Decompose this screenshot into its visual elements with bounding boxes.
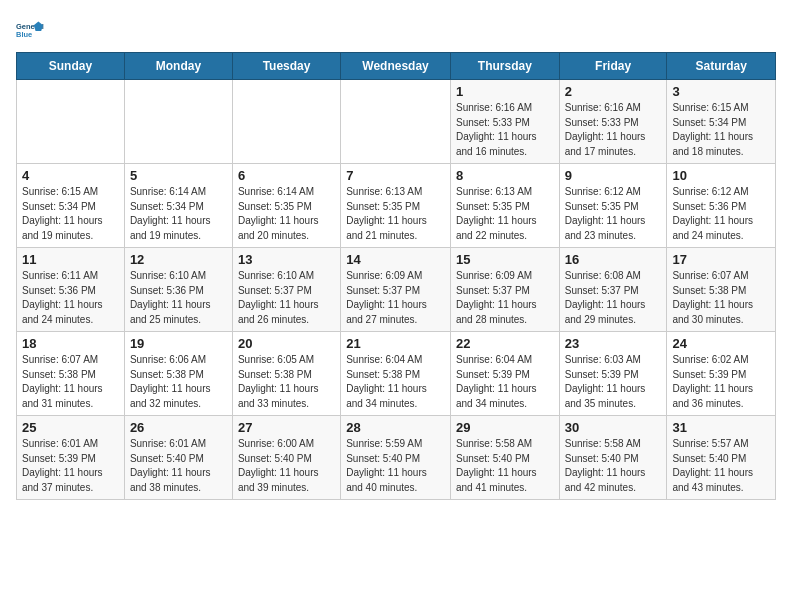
calendar-cell: 19Sunrise: 6:06 AM Sunset: 5:38 PM Dayli… — [124, 332, 232, 416]
day-number: 9 — [565, 168, 662, 183]
calendar-cell: 1Sunrise: 6:16 AM Sunset: 5:33 PM Daylig… — [450, 80, 559, 164]
calendar-cell: 10Sunrise: 6:12 AM Sunset: 5:36 PM Dayli… — [667, 164, 776, 248]
day-info: Sunrise: 6:08 AM Sunset: 5:37 PM Dayligh… — [565, 269, 662, 327]
calendar-table: SundayMondayTuesdayWednesdayThursdayFrid… — [16, 52, 776, 500]
day-number: 16 — [565, 252, 662, 267]
day-number: 3 — [672, 84, 770, 99]
calendar-cell: 12Sunrise: 6:10 AM Sunset: 5:36 PM Dayli… — [124, 248, 232, 332]
day-info: Sunrise: 6:09 AM Sunset: 5:37 PM Dayligh… — [346, 269, 445, 327]
calendar-cell — [232, 80, 340, 164]
calendar-week-row: 1Sunrise: 6:16 AM Sunset: 5:33 PM Daylig… — [17, 80, 776, 164]
day-info: Sunrise: 6:00 AM Sunset: 5:40 PM Dayligh… — [238, 437, 335, 495]
day-info: Sunrise: 6:12 AM Sunset: 5:36 PM Dayligh… — [672, 185, 770, 243]
calendar-cell: 21Sunrise: 6:04 AM Sunset: 5:38 PM Dayli… — [341, 332, 451, 416]
day-info: Sunrise: 5:58 AM Sunset: 5:40 PM Dayligh… — [456, 437, 554, 495]
day-number: 1 — [456, 84, 554, 99]
day-info: Sunrise: 6:10 AM Sunset: 5:36 PM Dayligh… — [130, 269, 227, 327]
logo: GeneralBlue — [16, 16, 44, 44]
day-info: Sunrise: 6:04 AM Sunset: 5:39 PM Dayligh… — [456, 353, 554, 411]
calendar-cell: 23Sunrise: 6:03 AM Sunset: 5:39 PM Dayli… — [559, 332, 667, 416]
calendar-cell: 24Sunrise: 6:02 AM Sunset: 5:39 PM Dayli… — [667, 332, 776, 416]
day-number: 20 — [238, 336, 335, 351]
calendar-cell: 31Sunrise: 5:57 AM Sunset: 5:40 PM Dayli… — [667, 416, 776, 500]
header-day-sunday: Sunday — [17, 53, 125, 80]
day-number: 21 — [346, 336, 445, 351]
calendar-cell — [341, 80, 451, 164]
day-number: 15 — [456, 252, 554, 267]
calendar-week-row: 18Sunrise: 6:07 AM Sunset: 5:38 PM Dayli… — [17, 332, 776, 416]
header-day-monday: Monday — [124, 53, 232, 80]
day-info: Sunrise: 6:12 AM Sunset: 5:35 PM Dayligh… — [565, 185, 662, 243]
day-number: 13 — [238, 252, 335, 267]
day-info: Sunrise: 6:14 AM Sunset: 5:34 PM Dayligh… — [130, 185, 227, 243]
day-info: Sunrise: 6:15 AM Sunset: 5:34 PM Dayligh… — [672, 101, 770, 159]
calendar-cell: 22Sunrise: 6:04 AM Sunset: 5:39 PM Dayli… — [450, 332, 559, 416]
day-number: 12 — [130, 252, 227, 267]
day-number: 22 — [456, 336, 554, 351]
day-info: Sunrise: 6:03 AM Sunset: 5:39 PM Dayligh… — [565, 353, 662, 411]
day-number: 6 — [238, 168, 335, 183]
day-number: 24 — [672, 336, 770, 351]
calendar-week-row: 11Sunrise: 6:11 AM Sunset: 5:36 PM Dayli… — [17, 248, 776, 332]
day-info: Sunrise: 6:15 AM Sunset: 5:34 PM Dayligh… — [22, 185, 119, 243]
day-info: Sunrise: 6:14 AM Sunset: 5:35 PM Dayligh… — [238, 185, 335, 243]
calendar-cell: 26Sunrise: 6:01 AM Sunset: 5:40 PM Dayli… — [124, 416, 232, 500]
calendar-cell: 3Sunrise: 6:15 AM Sunset: 5:34 PM Daylig… — [667, 80, 776, 164]
day-number: 23 — [565, 336, 662, 351]
day-info: Sunrise: 6:09 AM Sunset: 5:37 PM Dayligh… — [456, 269, 554, 327]
calendar-cell: 8Sunrise: 6:13 AM Sunset: 5:35 PM Daylig… — [450, 164, 559, 248]
day-info: Sunrise: 6:04 AM Sunset: 5:38 PM Dayligh… — [346, 353, 445, 411]
calendar-cell: 15Sunrise: 6:09 AM Sunset: 5:37 PM Dayli… — [450, 248, 559, 332]
calendar-cell: 7Sunrise: 6:13 AM Sunset: 5:35 PM Daylig… — [341, 164, 451, 248]
day-info: Sunrise: 6:16 AM Sunset: 5:33 PM Dayligh… — [565, 101, 662, 159]
calendar-cell: 27Sunrise: 6:00 AM Sunset: 5:40 PM Dayli… — [232, 416, 340, 500]
day-info: Sunrise: 6:06 AM Sunset: 5:38 PM Dayligh… — [130, 353, 227, 411]
calendar-cell: 28Sunrise: 5:59 AM Sunset: 5:40 PM Dayli… — [341, 416, 451, 500]
header-day-tuesday: Tuesday — [232, 53, 340, 80]
day-info: Sunrise: 5:59 AM Sunset: 5:40 PM Dayligh… — [346, 437, 445, 495]
day-number: 11 — [22, 252, 119, 267]
day-number: 4 — [22, 168, 119, 183]
calendar-cell: 11Sunrise: 6:11 AM Sunset: 5:36 PM Dayli… — [17, 248, 125, 332]
day-info: Sunrise: 5:58 AM Sunset: 5:40 PM Dayligh… — [565, 437, 662, 495]
day-number: 7 — [346, 168, 445, 183]
header-day-friday: Friday — [559, 53, 667, 80]
day-info: Sunrise: 6:05 AM Sunset: 5:38 PM Dayligh… — [238, 353, 335, 411]
day-number: 17 — [672, 252, 770, 267]
calendar-cell: 13Sunrise: 6:10 AM Sunset: 5:37 PM Dayli… — [232, 248, 340, 332]
page-header: GeneralBlue — [16, 16, 776, 44]
day-info: Sunrise: 6:13 AM Sunset: 5:35 PM Dayligh… — [456, 185, 554, 243]
header-day-thursday: Thursday — [450, 53, 559, 80]
header-day-saturday: Saturday — [667, 53, 776, 80]
day-number: 14 — [346, 252, 445, 267]
calendar-header-row: SundayMondayTuesdayWednesdayThursdayFrid… — [17, 53, 776, 80]
header-day-wednesday: Wednesday — [341, 53, 451, 80]
day-info: Sunrise: 6:01 AM Sunset: 5:40 PM Dayligh… — [130, 437, 227, 495]
day-info: Sunrise: 6:16 AM Sunset: 5:33 PM Dayligh… — [456, 101, 554, 159]
day-number: 5 — [130, 168, 227, 183]
day-number: 19 — [130, 336, 227, 351]
day-info: Sunrise: 6:02 AM Sunset: 5:39 PM Dayligh… — [672, 353, 770, 411]
calendar-cell: 20Sunrise: 6:05 AM Sunset: 5:38 PM Dayli… — [232, 332, 340, 416]
day-info: Sunrise: 6:01 AM Sunset: 5:39 PM Dayligh… — [22, 437, 119, 495]
day-number: 18 — [22, 336, 119, 351]
day-info: Sunrise: 6:10 AM Sunset: 5:37 PM Dayligh… — [238, 269, 335, 327]
day-info: Sunrise: 6:13 AM Sunset: 5:35 PM Dayligh… — [346, 185, 445, 243]
day-number: 30 — [565, 420, 662, 435]
calendar-cell: 4Sunrise: 6:15 AM Sunset: 5:34 PM Daylig… — [17, 164, 125, 248]
day-number: 31 — [672, 420, 770, 435]
day-number: 27 — [238, 420, 335, 435]
day-info: Sunrise: 6:11 AM Sunset: 5:36 PM Dayligh… — [22, 269, 119, 327]
calendar-cell — [17, 80, 125, 164]
day-info: Sunrise: 5:57 AM Sunset: 5:40 PM Dayligh… — [672, 437, 770, 495]
calendar-cell: 17Sunrise: 6:07 AM Sunset: 5:38 PM Dayli… — [667, 248, 776, 332]
calendar-cell: 14Sunrise: 6:09 AM Sunset: 5:37 PM Dayli… — [341, 248, 451, 332]
calendar-week-row: 25Sunrise: 6:01 AM Sunset: 5:39 PM Dayli… — [17, 416, 776, 500]
day-number: 26 — [130, 420, 227, 435]
calendar-cell: 16Sunrise: 6:08 AM Sunset: 5:37 PM Dayli… — [559, 248, 667, 332]
day-info: Sunrise: 6:07 AM Sunset: 5:38 PM Dayligh… — [672, 269, 770, 327]
calendar-week-row: 4Sunrise: 6:15 AM Sunset: 5:34 PM Daylig… — [17, 164, 776, 248]
calendar-cell — [124, 80, 232, 164]
day-number: 28 — [346, 420, 445, 435]
calendar-cell: 30Sunrise: 5:58 AM Sunset: 5:40 PM Dayli… — [559, 416, 667, 500]
